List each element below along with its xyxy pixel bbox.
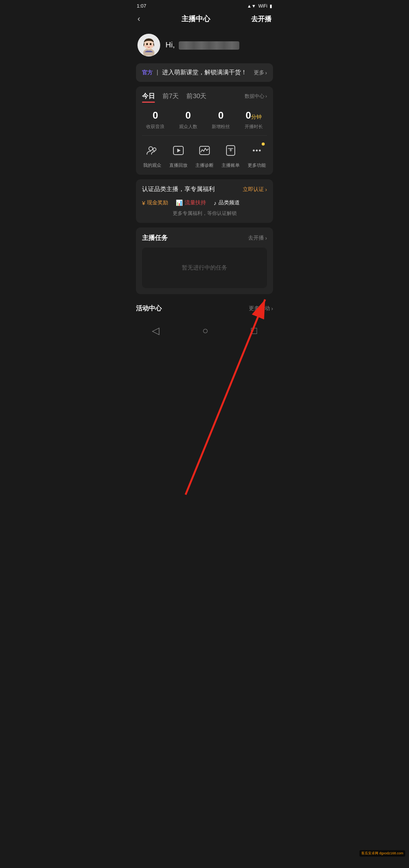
- stat-duration: 0分钟 开播时长: [245, 110, 263, 130]
- svg-point-5: [145, 45, 147, 47]
- tab-7days[interactable]: 前7天: [162, 92, 179, 100]
- top-nav: ‹ 主播中心 去开播: [131, 10, 278, 28]
- nav-home-system[interactable]: ○: [202, 325, 208, 337]
- notification-dot: [262, 143, 265, 146]
- svg-point-16: [256, 150, 258, 152]
- go-live-button[interactable]: 去开播: [251, 14, 272, 24]
- more-icon: [248, 142, 265, 159]
- chevron-right-icon: ›: [265, 186, 267, 193]
- wifi-icon: WiFi: [258, 3, 267, 9]
- cert-action-button[interactable]: 立即认证 ›: [243, 186, 267, 193]
- tab-today[interactable]: 今日: [142, 92, 155, 100]
- banner-badge: 官方: [142, 69, 153, 75]
- svg-marker-10: [177, 149, 181, 152]
- banner-more[interactable]: 更多 ›: [254, 69, 267, 76]
- menu-host-bill[interactable]: ¥ 主播账单: [222, 142, 240, 169]
- tasks-title: 主播任务: [142, 233, 168, 242]
- status-bar: 1:07 ▲▼ WiFi ▮: [131, 0, 278, 10]
- back-button[interactable]: ‹: [137, 14, 140, 24]
- menu-more-features[interactable]: 更多功能: [248, 142, 266, 169]
- banner-text: 进入萌新课堂，解锁满满干货！: [162, 69, 247, 75]
- svg-point-6: [151, 45, 153, 47]
- svg-text:¥: ¥: [229, 147, 233, 153]
- stats-card: 今日 前7天 前30天 数据中心 › 0 收获音浪 0 观众人数 0 新增粉丝 …: [136, 86, 273, 175]
- tasks-card: 主播任务 去开播 › 暂无进行中的任务: [136, 227, 273, 294]
- cert-benefits: ¥ 现金奖励 📊 流量扶持 ♪ 品类频道: [142, 199, 267, 206]
- status-time: 1:07: [137, 3, 146, 9]
- status-icons: ▲▼ WiFi ▮: [247, 3, 272, 9]
- menu-my-audience[interactable]: 我的观众: [143, 142, 161, 169]
- channel-icon: ♪: [214, 200, 217, 206]
- page-title: 主播中心: [181, 14, 210, 24]
- chevron-right-icon: ›: [265, 93, 267, 99]
- svg-point-8: [153, 148, 156, 151]
- activity-section: 活动中心 更多活动 ›: [136, 299, 273, 315]
- bill-icon: ¥: [222, 142, 239, 159]
- svg-point-7: [149, 147, 153, 150]
- tab-30days[interactable]: 前30天: [186, 92, 206, 100]
- data-center-link[interactable]: 数据中心 ›: [245, 93, 267, 100]
- diagnosis-icon: [196, 142, 213, 159]
- stat-fans: 0 新增粉丝: [212, 110, 230, 130]
- banner-separator: |: [156, 69, 158, 75]
- stat-audience: 0 观众人数: [179, 110, 197, 130]
- chevron-right-icon: ›: [265, 235, 267, 241]
- replay-icon: [170, 142, 187, 159]
- svg-point-17: [259, 150, 261, 152]
- benefit-channel: ♪ 品类频道: [214, 199, 240, 206]
- audience-icon: [144, 142, 161, 159]
- activity-title: 活动中心: [136, 304, 162, 313]
- tasks-go-live[interactable]: 去开播 ›: [248, 235, 267, 241]
- menu-host-diagnosis[interactable]: 主播诊断: [195, 142, 214, 169]
- profile-section: Hi,: [131, 28, 278, 63]
- profile-name-blurred: [179, 41, 239, 50]
- avatar: [137, 34, 160, 56]
- banner-card[interactable]: 官方 | 进入萌新课堂，解锁满满干货！ 更多 ›: [136, 63, 273, 82]
- svg-point-4: [150, 43, 151, 45]
- cash-icon: ¥: [142, 200, 145, 206]
- cert-desc: 更多专属福利，等你认证解锁: [142, 210, 267, 217]
- cert-header: 认证品类主播，享专属福利 立即认证 ›: [142, 185, 267, 193]
- bottom-nav: ◁ ○ □: [131, 320, 278, 344]
- nav-recents-system[interactable]: □: [251, 325, 257, 337]
- profile-greeting-text: Hi,: [165, 41, 239, 50]
- svg-point-3: [146, 43, 148, 45]
- chevron-right-icon: ›: [265, 70, 267, 76]
- stat-waves: 0 收获音浪: [146, 110, 164, 130]
- activity-more-button[interactable]: 更多活动 ›: [249, 305, 273, 312]
- svg-point-15: [253, 150, 255, 152]
- icon-menu-row: 我的观众 直播回放 主播诊断: [136, 140, 273, 169]
- benefit-cash: ¥ 现金奖励: [142, 199, 168, 206]
- traffic-icon: 📊: [176, 199, 183, 206]
- stats-tabs: 今日 前7天 前30天 数据中心 ›: [136, 86, 273, 104]
- signal-icon: ▲▼: [247, 3, 256, 9]
- cert-title: 认证品类主播，享专属福利: [142, 185, 215, 193]
- menu-live-replay[interactable]: 直播回放: [169, 142, 187, 169]
- cert-card: 认证品类主播，享专属福利 立即认证 › ¥ 现金奖励 📊 流量扶持 ♪ 品类频道…: [136, 179, 273, 223]
- tasks-header: 主播任务 去开播 ›: [142, 233, 267, 242]
- banner-content: 官方 | 进入萌新课堂，解锁满满干货！: [142, 69, 247, 77]
- tasks-empty-state: 暂无进行中的任务: [142, 248, 267, 288]
- battery-icon: ▮: [270, 3, 272, 9]
- stats-row: 0 收获音浪 0 观众人数 0 新增粉丝 0分钟 开播时长: [136, 104, 273, 134]
- chevron-right-icon: ›: [271, 306, 273, 312]
- divider: [142, 135, 267, 136]
- benefit-traffic: 📊 流量扶持: [176, 199, 206, 206]
- nav-back-system[interactable]: ◁: [152, 325, 159, 337]
